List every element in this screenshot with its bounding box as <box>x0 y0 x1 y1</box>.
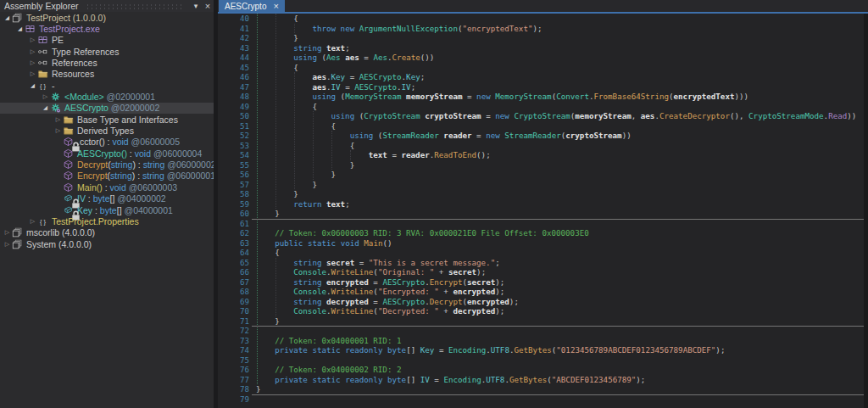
line-number: 54 <box>218 150 249 160</box>
line-number: 71 <box>218 316 249 327</box>
folder-icon <box>63 115 75 125</box>
editor-pane: AESCrypto × 40 {41 throw new ArgumentNul… <box>218 0 868 408</box>
code-line-62: 62 // Token: 0x06000003 RID: 3 RVA: 0x00… <box>218 228 868 238</box>
editor-scrollbar[interactable] <box>864 14 868 408</box>
expander-collapsed-icon[interactable]: ▷ <box>53 127 63 134</box>
code-text: string decrypted = AESCrypto.Decrypt(enc… <box>256 297 519 307</box>
tree-item-encrypt[interactable]: Encrypt(string) : string @06000001 <box>0 170 214 182</box>
tree-item-label: Type References <box>52 47 119 57</box>
expander-expanded-icon[interactable]: ◢ <box>15 25 25 32</box>
code-line-63: 63 public static void Main() <box>218 238 868 249</box>
code-text: // Token: 0x04000001 RID: 1 <box>256 336 402 346</box>
tree-item-label: References <box>52 58 97 68</box>
tab-aescrypto[interactable]: AESCrypto × <box>219 0 285 12</box>
tree-item-main[interactable]: Main() : void @06000003 <box>0 182 214 193</box>
code-line-56: 56 } <box>218 170 868 180</box>
tree-item-label: - <box>52 81 55 91</box>
tree-item-label: PE <box>52 35 64 45</box>
close-icon[interactable]: × <box>202 0 214 12</box>
expander-collapsed-icon[interactable]: ▷ <box>41 93 50 100</box>
tree-item-label: Main() : void @06000003 <box>77 182 177 193</box>
folder-icon <box>63 126 75 136</box>
line-number: 61 <box>218 219 249 229</box>
code-text: text = reader.ReadToEnd(); <box>256 150 491 160</box>
namespace-icon: { } <box>37 81 49 91</box>
code-text: { <box>256 102 317 112</box>
expander-collapsed-icon[interactable]: ▷ <box>28 59 37 66</box>
tree-item-cctor[interactable]: .cctor() : void @06000005 <box>0 137 214 148</box>
tree-item-system[interactable]: ▷System (4.0.0.0) <box>0 238 214 249</box>
code-text: } <box>256 33 298 43</box>
code-text: using (CryptoStream cryptoStream = new C… <box>256 111 856 121</box>
code-text: } <box>256 160 354 170</box>
tree-item-testproject[interactable]: ◢TestProject (1.0.0.0) <box>0 12 214 23</box>
svg-text:{ }: { } <box>40 81 47 89</box>
tab-close-icon[interactable]: × <box>273 2 278 10</box>
tree-item-label: IV : byte[] @04000002 <box>77 193 166 204</box>
tree-item-testproject-properties[interactable]: ▷{ }TestProject.Properties <box>0 215 214 226</box>
tree-item-type-references[interactable]: ▷Type References <box>0 46 214 57</box>
code-text: aes.Key = AESCrypto.Key; <box>256 72 425 82</box>
tree-item-label: mscorlib (4.0.0.0) <box>26 227 95 238</box>
code-text: return text; <box>256 199 350 210</box>
line-number: 66 <box>218 267 249 277</box>
code-line-57: 57 } <box>218 180 868 190</box>
class-icon <box>50 92 62 102</box>
expander-collapsed-icon[interactable]: ▷ <box>28 218 37 225</box>
line-number: 46 <box>218 72 249 82</box>
line-number: 43 <box>218 43 249 53</box>
tree-item-key[interactable]: Key : byte[] @04000001 <box>0 204 214 215</box>
tree-item-label: TestProject.exe <box>39 24 100 34</box>
line-number: 48 <box>218 92 249 102</box>
code-text: } <box>256 316 280 327</box>
code-line-77: 77 private static readonly byte[] IV = E… <box>218 375 868 385</box>
code-line-58: 58 } <box>218 189 868 199</box>
class2-icon <box>50 103 62 113</box>
tree-item-resources[interactable]: ▷Resources <box>0 69 214 80</box>
tree-item-label: Encrypt(string) : string @06000001 <box>77 170 215 181</box>
code-text: Console.WriteLine("Encrypted: " + encryp… <box>256 287 504 297</box>
code-line-59: 59 return text; <box>218 199 868 210</box>
expander-collapsed-icon[interactable]: ▷ <box>3 241 12 248</box>
code-line-73: 73 // Token: 0x04000001 RID: 1 <box>218 336 868 346</box>
line-number: 52 <box>218 131 249 141</box>
chevron-down-icon[interactable]: ▾ <box>190 0 202 12</box>
assembly-icon <box>12 13 24 23</box>
tree-item-module-type[interactable]: ▷<Module> @02000001 <box>0 91 214 102</box>
code-text: using (Aes aes = Aes.Create()) <box>256 53 434 63</box>
tree-item-testproject-exe[interactable]: ◢TestProject.exe <box>0 23 214 34</box>
expander-collapsed-icon[interactable]: ▷ <box>28 48 37 55</box>
code-text: using (MemoryStream memoryStream = new M… <box>256 92 748 102</box>
expander-collapsed-icon[interactable]: ▷ <box>53 116 63 123</box>
expander-collapsed-icon[interactable]: ▷ <box>3 229 12 236</box>
member-separator <box>252 394 868 395</box>
tree-item-iv[interactable]: IV : byte[] @04000002 <box>0 193 214 204</box>
expander-expanded-icon[interactable]: ◢ <box>3 14 12 21</box>
code-editor[interactable]: 40 {41 throw new ArgumentNullException("… <box>218 14 868 408</box>
tree-item-decrypt[interactable]: Decrypt(string) : string @06000002 <box>0 159 214 170</box>
expander-expanded-icon[interactable]: ◢ <box>41 104 50 111</box>
code-text: } <box>256 189 298 199</box>
code-line-47: 47 aes.IV = AESCrypto.IV; <box>218 82 868 92</box>
line-number: 53 <box>218 141 249 151</box>
tree-item-mscorlib[interactable]: ▷mscorlib (4.0.0.0) <box>0 227 214 238</box>
tree-item-pe[interactable]: ▷PE <box>0 35 214 46</box>
tree-item-namespace-empty[interactable]: ◢{ }- <box>0 80 214 91</box>
tree-item-references[interactable]: ▷References <box>0 57 214 68</box>
assembly-icon <box>12 227 24 238</box>
line-number: 47 <box>218 82 249 92</box>
tree-item-base-type-and-interfaces[interactable]: ▷Base Type and Interfaces <box>0 114 214 125</box>
expander-collapsed-icon[interactable]: ▷ <box>28 36 37 43</box>
expander-collapsed-icon[interactable]: ▷ <box>28 70 37 77</box>
tree-item-derived-types[interactable]: ▷Derived Types <box>0 125 214 136</box>
line-number: 57 <box>218 180 249 190</box>
line-number: 64 <box>218 248 249 258</box>
tree-item-ctor-aescrypto[interactable]: AESCrypto() : void @06000004 <box>0 148 214 159</box>
code-line-68: 68 Console.WriteLine("Encrypted: " + enc… <box>218 287 868 297</box>
docking-grip <box>86 3 185 9</box>
tree-item-aescrypto[interactable]: ◢AESCrypto @02000002 <box>0 103 214 114</box>
line-number: 58 <box>218 189 249 199</box>
code-text: aes.IV = AESCrypto.IV; <box>256 82 415 92</box>
expander-expanded-icon[interactable]: ◢ <box>28 82 37 89</box>
code-line-54: 54 text = reader.ReadToEnd(); <box>218 150 868 160</box>
